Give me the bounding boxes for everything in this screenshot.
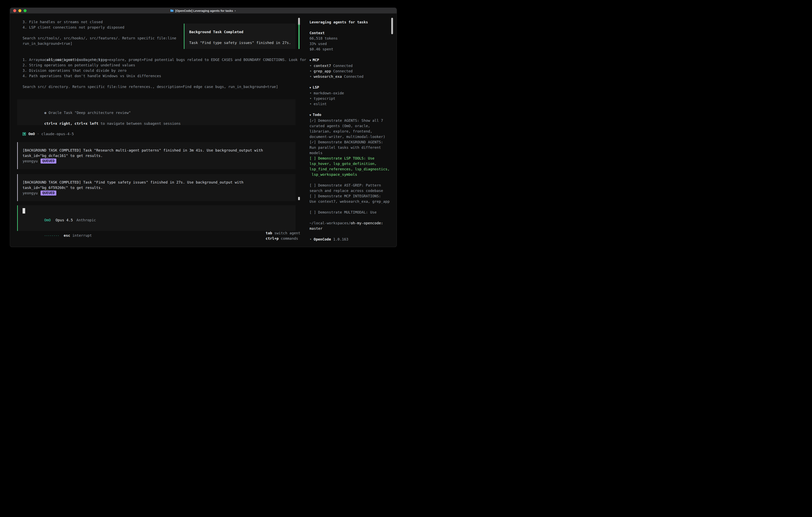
minimize-button[interactable] <box>19 9 21 12</box>
status-badge: QUEUED <box>40 191 56 195</box>
chevron-down-icon: ▼ <box>310 59 313 62</box>
message-line: task_id="bg_dcfac161" to get results. <box>23 153 295 158</box>
commands-key-label: commands <box>279 236 298 241</box>
background-task-message: [BACKGROUND TASK COMPLETED] Task "Resear… <box>17 142 295 169</box>
bullet-icon: • <box>310 102 312 106</box>
lsp-item: •markdown-oxide <box>310 90 391 96</box>
workspace-branch: master <box>310 226 391 231</box>
agent-name: OmO <box>28 131 35 137</box>
chevron-down-icon: ▼ <box>310 113 313 116</box>
esc-key-label: interrupt <box>70 233 92 238</box>
terminal-line: 4. Path operations that don't handle Win… <box>23 73 306 79</box>
terminal-line <box>23 79 306 84</box>
workspace-path: ~/local-workspaces/oh-my-opencode: <box>310 220 391 226</box>
bullet-icon: • <box>310 237 312 241</box>
context-tokens: 66,518 tokens <box>310 35 391 41</box>
todo-item: [✓] Demonstrate AGENTS: Show all 7 curat… <box>310 118 391 139</box>
message-line: task_id="bg_6f59260c" to get results. <box>23 185 295 190</box>
message-user: yeongyu <box>23 158 38 164</box>
terminal-line: Search src/ directory. Return specific f… <box>23 84 306 89</box>
chevron-down-icon: ▼ <box>310 86 313 89</box>
sidebar-scrollbar-thumb[interactable] <box>391 18 393 34</box>
lsp-section-heading[interactable]: ▼ LSP <box>310 85 391 90</box>
oracle-task-title: Oracle Task "Deep architecture review" <box>49 111 131 115</box>
todo-section-heading[interactable]: ▼ Todo <box>310 112 391 118</box>
maximize-button[interactable] <box>24 9 27 12</box>
session-sidebar: Leveraging agents for tasks Context 66,5… <box>306 13 397 247</box>
terminal-main-pane: 3. File handles or streams not closed 4.… <box>10 13 306 247</box>
lsp-item: •eslint <box>310 101 391 107</box>
terminal-line: 3. Division operations that could divide… <box>23 68 306 73</box>
input-agent-name: OmO <box>44 218 51 222</box>
bullet-icon: • <box>310 63 312 68</box>
toast-notification[interactable]: Background Task Completed Task "Find typ… <box>184 24 295 49</box>
app-name: OpenCode <box>314 237 331 241</box>
todo-item: [ ] Demonstrate MCP INTEGRATIONS: Use co… <box>310 193 391 204</box>
terminal-window: [OpenCode] Leveraging agents for tasks ◐… <box>10 8 397 247</box>
traffic-lights <box>13 8 27 13</box>
todo-item: [ ] Demonstrate MULTIMODAL: Use <box>310 210 391 215</box>
message-line: [BACKGROUND TASK COMPLETED] Task "Resear… <box>23 147 295 153</box>
oracle-task-panel[interactable]: ◉ Oracle Task "Deep architecture review"… <box>17 99 295 125</box>
prompt-input[interactable]: OmOOpus 4.5Anthropic <box>17 205 295 231</box>
message-line: [BACKGROUND TASK COMPLETED] Task "Find t… <box>23 180 295 185</box>
todo-item: [ ] Demonstrate AST-GREP: Pattern search… <box>310 183 391 193</box>
window-title-text: [OpenCode] Leveraging agents for tasks <box>175 9 233 12</box>
status-badge: QUEUED <box>40 159 56 164</box>
main-scrollbar-mark[interactable] <box>298 197 300 200</box>
todo-item: [✓] Demonstrate BACKGROUND AGENTS: Run p… <box>310 139 391 156</box>
tool-call-line: ⚙ call_omo_agent [subagent_type=explore,… <box>23 52 306 57</box>
main-scrollbar-highlight <box>298 24 299 49</box>
tab-key-hint: tab <box>266 231 272 235</box>
navigation-hint-keys: ctrl+x right, ctrl+x left <box>44 121 98 126</box>
context-spent: $0.46 spent <box>310 46 391 52</box>
lsp-item: •typescript <box>310 96 391 101</box>
mcp-item: •websearch_exa Connected <box>310 74 391 79</box>
input-status-line: OmOOpus 4.5Anthropic <box>23 212 96 228</box>
input-provider-name: Anthropic <box>77 218 96 222</box>
agent-checkbox-icon <box>23 132 26 136</box>
app-version: 1.0.163 <box>331 237 348 241</box>
bullet-icon: • <box>310 69 312 73</box>
status-bar: ········esc interrupt tab switch agent c… <box>23 233 300 238</box>
window-title: [OpenCode] Leveraging agents for tasks ◐ <box>170 9 236 12</box>
mcp-item: •context7 Connected <box>310 63 391 69</box>
message-user: yeongyu <box>23 190 38 196</box>
toast-title: Background Task Completed <box>189 29 290 34</box>
sidebar-session-title: Leveraging agents for tasks <box>310 19 391 25</box>
input-model-name: Opus 4.5 <box>56 218 73 222</box>
version-line: •OpenCode 1.0.163 <box>310 237 391 242</box>
bullet-icon: • <box>310 74 312 79</box>
navigation-hint-text: to navigate between subagent sessions <box>98 121 181 126</box>
close-button[interactable] <box>13 9 16 12</box>
tab-key-label: switch agent <box>272 231 300 235</box>
folder-icon <box>170 9 174 12</box>
mcp-section-heading[interactable]: ▼ MCP <box>310 57 391 63</box>
tool-call-args: [subagent_type=explore, prompt=Find pote… <box>75 58 306 62</box>
activity-dots-icon: ········ <box>44 234 59 237</box>
terminal-line: 2. String operations on potentially unde… <box>23 62 306 68</box>
window-titlebar[interactable]: [OpenCode] Leveraging agents for tasks ◐ <box>10 8 397 13</box>
todo-item: [ ] Demonstrate LSP TOOLS: Use lsp_hover… <box>310 156 391 177</box>
background-task-message: [BACKGROUND TASK COMPLETED] Task "Find t… <box>17 174 295 201</box>
bullet-icon: • <box>310 97 312 101</box>
mcp-item: •grep_app Connected <box>310 69 391 74</box>
context-heading: Context <box>310 30 391 35</box>
bullet-icon: • <box>310 91 312 95</box>
commands-key-hint: ctrl+p <box>266 236 279 241</box>
spinner-icon: ◐ <box>235 9 236 12</box>
oracle-icon: ◉ <box>44 111 49 115</box>
agent-header: OmO · claude-opus-4-5 <box>23 131 306 137</box>
context-used: 33% used <box>310 41 391 46</box>
agent-model: · claude-opus-4-5 <box>35 131 74 137</box>
esc-key-hint: esc <box>64 233 70 238</box>
toast-body: Task "Find type safety issues" finished … <box>189 40 290 45</box>
